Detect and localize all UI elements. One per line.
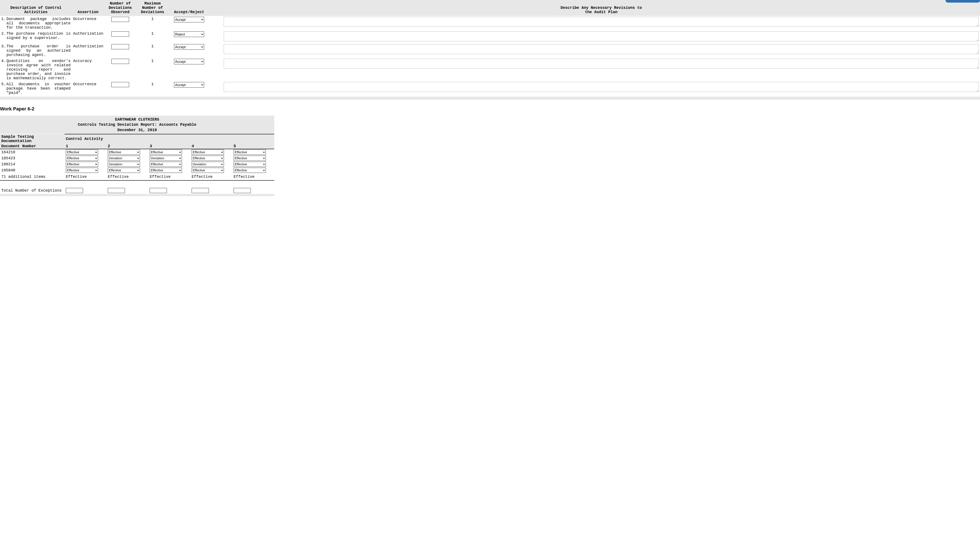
divider-strip bbox=[0, 97, 980, 100]
effectiveness-cell: EffectiveDeviation bbox=[190, 161, 232, 167]
effectiveness-select[interactable]: EffectiveDeviation bbox=[192, 162, 224, 167]
effectiveness-cell: EffectiveDeviation bbox=[148, 155, 190, 161]
effectiveness-cell: EffectiveDeviation bbox=[148, 167, 190, 173]
divider-strip-2 bbox=[0, 194, 274, 196]
effectiveness-select[interactable]: EffectiveDeviation bbox=[108, 162, 140, 167]
assertion-cell: Authorization bbox=[72, 30, 104, 43]
effectiveness-select[interactable]: EffectiveDeviation bbox=[66, 156, 98, 161]
revisions-cell bbox=[223, 81, 980, 96]
row-number: 2. bbox=[0, 30, 5, 43]
effectiveness-select[interactable]: EffectiveDeviation bbox=[150, 168, 182, 173]
effectiveness-cell: EffectiveDeviation bbox=[232, 149, 274, 155]
header-spacer bbox=[210, 0, 223, 16]
effectiveness-select[interactable]: EffectiveDeviation bbox=[192, 150, 224, 155]
deviations-observed-cell bbox=[104, 58, 136, 81]
assertion-cell: Occurrence bbox=[72, 81, 104, 96]
exceptions-input[interactable] bbox=[108, 188, 125, 193]
revisions-textarea[interactable] bbox=[224, 32, 979, 41]
deviations-observed-input[interactable] bbox=[111, 44, 129, 49]
accept-reject-select[interactable]: AcceptReject bbox=[174, 82, 204, 88]
deviation-report-section: EARTHWEAR CLOTHIERS Controls Testing Dev… bbox=[0, 116, 274, 196]
spacer-cell bbox=[210, 30, 223, 43]
max-deviations-cell: 1 bbox=[136, 30, 169, 43]
header-description: Description of ControlActivities bbox=[0, 0, 72, 16]
deviations-observed-input[interactable] bbox=[111, 82, 129, 87]
sample-row: 195840EffectiveDeviationEffectiveDeviati… bbox=[0, 167, 274, 173]
accept-reject-cell: AcceptReject bbox=[169, 81, 210, 96]
effectiveness-select[interactable]: EffectiveDeviation bbox=[108, 156, 140, 161]
exceptions-input[interactable] bbox=[150, 188, 167, 193]
accept-reject-select[interactable]: AcceptReject bbox=[174, 32, 204, 37]
effectiveness-cell: EffectiveDeviation bbox=[107, 167, 148, 173]
control-description: All documents in voucher package have be… bbox=[5, 81, 72, 96]
effectiveness-select[interactable]: EffectiveDeviation bbox=[108, 168, 140, 173]
accept-reject-cell: AcceptReject bbox=[169, 16, 210, 30]
spacer-cell bbox=[210, 43, 223, 58]
report-date: December 31, 2019 bbox=[0, 128, 274, 132]
deviations-observed-input[interactable] bbox=[111, 32, 129, 37]
effectiveness-cell: EffectiveDeviation bbox=[107, 161, 148, 167]
exceptions-input[interactable] bbox=[192, 188, 209, 193]
exceptions-cell bbox=[65, 180, 107, 194]
effectiveness-cell: EffectiveDeviation bbox=[232, 161, 274, 167]
assertion-cell: Occurrence bbox=[72, 16, 104, 30]
exceptions-input[interactable] bbox=[234, 188, 251, 193]
effectiveness-cell: EffectiveDeviation bbox=[65, 161, 107, 167]
header-accept-reject: Accept/Reject bbox=[169, 0, 210, 16]
effectiveness-cell: EffectiveDeviation bbox=[107, 149, 148, 155]
sample-row: 190214EffectiveDeviationEffectiveDeviati… bbox=[0, 161, 274, 167]
revisions-textarea[interactable] bbox=[224, 17, 979, 27]
effectiveness-select[interactable]: EffectiveDeviation bbox=[108, 150, 140, 155]
effectiveness-select[interactable]: EffectiveDeviation bbox=[234, 156, 266, 161]
effectiveness-select[interactable]: EffectiveDeviation bbox=[150, 162, 182, 167]
col-head-4: 4 bbox=[190, 144, 232, 149]
control-description: Quantities on vendor's invoice agree wit… bbox=[5, 58, 72, 81]
effectiveness-cell: EffectiveDeviation bbox=[148, 161, 190, 167]
additional-items-label: 71 additional items bbox=[0, 173, 65, 180]
document-number: 190214 bbox=[0, 161, 65, 167]
effectiveness-select[interactable]: EffectiveDeviation bbox=[234, 168, 266, 173]
effectiveness-select[interactable]: EffectiveDeviation bbox=[150, 150, 182, 155]
accept-reject-select[interactable]: AcceptReject bbox=[174, 44, 204, 50]
effectiveness-select[interactable]: EffectiveDeviation bbox=[66, 162, 98, 167]
revisions-cell bbox=[223, 43, 980, 58]
effectiveness-cell: EffectiveDeviation bbox=[190, 167, 232, 173]
effectiveness-select[interactable]: EffectiveDeviation bbox=[192, 156, 224, 161]
control-description: The purchase requisition is signed by a … bbox=[5, 30, 72, 43]
sample-row: 185423EffectiveDeviationEffectiveDeviati… bbox=[0, 155, 274, 161]
effectiveness-select[interactable]: EffectiveDeviation bbox=[150, 156, 182, 161]
row-number: 3. bbox=[0, 43, 5, 58]
control-row: 3.The purchase order is signed by an aut… bbox=[0, 43, 980, 58]
accept-reject-select[interactable]: AcceptReject bbox=[174, 17, 204, 22]
revisions-textarea[interactable] bbox=[224, 82, 979, 92]
deviations-observed-input[interactable] bbox=[111, 59, 129, 64]
effectiveness-select[interactable]: EffectiveDeviation bbox=[66, 150, 98, 155]
corner-accent bbox=[946, 0, 980, 3]
revisions-textarea[interactable] bbox=[224, 44, 979, 54]
deviations-observed-input[interactable] bbox=[111, 17, 129, 22]
effectiveness-select[interactable]: EffectiveDeviation bbox=[66, 168, 98, 173]
document-number: 195840 bbox=[0, 167, 65, 173]
spacer-cell bbox=[210, 16, 223, 30]
report-title: Controls Testing Deviation Report: Accou… bbox=[0, 122, 274, 127]
effectiveness-select[interactable]: EffectiveDeviation bbox=[234, 162, 266, 167]
additional-effectiveness: Effective bbox=[65, 173, 107, 180]
effectiveness-select[interactable]: EffectiveDeviation bbox=[234, 150, 266, 155]
assertion-cell: Authorization bbox=[72, 43, 104, 58]
col-head-3: 3 bbox=[148, 144, 190, 149]
additional-effectiveness: Effective bbox=[232, 173, 274, 180]
revisions-textarea[interactable] bbox=[224, 59, 979, 69]
exceptions-input[interactable] bbox=[66, 188, 83, 193]
max-deviations-cell: 1 bbox=[136, 81, 169, 96]
header-num-deviations: Number ofDeviationsObserved bbox=[104, 0, 136, 16]
control-activities-section: Description of ControlActivities Asserti… bbox=[0, 0, 980, 100]
effectiveness-cell: EffectiveDeviation bbox=[232, 155, 274, 161]
accept-reject-select[interactable]: AcceptReject bbox=[174, 59, 204, 64]
control-description: The purchase order is signed by an autho… bbox=[5, 43, 72, 58]
exceptions-cell bbox=[232, 180, 274, 194]
control-row: 5.All documents in voucher package have … bbox=[0, 81, 980, 96]
effectiveness-cell: EffectiveDeviation bbox=[148, 149, 190, 155]
control-activities-table: Description of ControlActivities Asserti… bbox=[0, 0, 980, 96]
col-head-1: 1 bbox=[65, 144, 107, 149]
effectiveness-select[interactable]: EffectiveDeviation bbox=[192, 168, 224, 173]
